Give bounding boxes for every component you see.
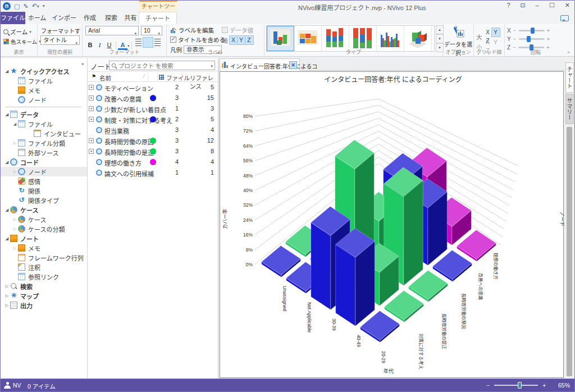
table-row[interactable]: 担当業務34 [88, 125, 218, 135]
gridline-small-y[interactable]: Y [492, 38, 500, 47]
sidebar-item[interactable]: ◢コード [1, 157, 87, 167]
sidebar-item[interactable]: ◢ケース [1, 205, 87, 215]
expander-icon[interactable]: ▷ [4, 284, 10, 289]
gallery-up-icon[interactable]: ▲ [436, 25, 444, 34]
nav-collapse-icon[interactable]: ◄ [80, 62, 84, 66]
expander-icon[interactable]: ▷ [12, 246, 18, 250]
zoom-menu-button[interactable]: ズーム▾ [3, 28, 31, 36]
sidebar-item[interactable]: ◢★クイックアクセス [1, 66, 87, 76]
sidebar-item[interactable]: ▷ケースの分類 [1, 224, 87, 234]
zoom-slider[interactable] [494, 385, 538, 386]
zoom-out-button[interactable]: − [486, 382, 490, 389]
document-tab[interactable]: インタビュー回答者:年代 によるコ ✕ [220, 58, 300, 71]
edit-labels-button[interactable]: ラベルを編集 [170, 26, 214, 34]
bar-face[interactable] [311, 222, 331, 309]
rotation-plus-button[interactable]: + [547, 28, 550, 34]
rotation-slider[interactable] [519, 38, 545, 40]
axis-toggle-y[interactable]: Y [238, 36, 245, 44]
zoom-in-button[interactable]: + [542, 382, 546, 389]
tab-file[interactable]: ファイル [1, 12, 25, 24]
column-name[interactable]: 名前 [99, 74, 111, 82]
expand-icon[interactable]: + [89, 85, 94, 90]
rotation-minus-button[interactable]: − [513, 36, 517, 42]
table-row[interactable]: +長時間労働の是正38 [88, 146, 218, 157]
sidebar-item[interactable]: ↺関係タイプ [1, 195, 87, 205]
font-name-select[interactable]: Arial▾ [85, 26, 139, 35]
sidebar-item[interactable]: ↻関係 [1, 186, 87, 195]
table-row[interactable]: +改善への意識315 [88, 93, 218, 103]
search-input[interactable] [118, 62, 207, 69]
ribbon-options-icon[interactable]: ⊡ [521, 2, 526, 9]
ribbon-collapse-icon[interactable]: ˄ [567, 50, 570, 55]
rotation-slider[interactable] [518, 47, 544, 48]
tab-close-icon[interactable]: ✕ [289, 61, 297, 69]
sidebar-item[interactable]: ◢データ [1, 110, 87, 119]
sidebar-item[interactable]: ▷✳マップ [1, 291, 87, 300]
sidebar-item[interactable]: ▷ケース [1, 215, 87, 224]
app-logo-icon[interactable]: n [3, 2, 11, 10]
gridline-small-x[interactable]: X [484, 38, 492, 47]
table-row[interactable]: +少数だが新しい着目点13 [88, 103, 218, 114]
maximize-button[interactable]: ☐ [549, 2, 555, 9]
sidebar-item[interactable]: 外部ソース [1, 148, 87, 157]
chart-type-thumbnail[interactable] [349, 26, 377, 51]
rotation-slider-thumb[interactable] [527, 36, 531, 42]
gridline-large-y[interactable]: Y [492, 28, 500, 37]
chart-type-thumbnail[interactable] [404, 26, 432, 51]
sidebar-item[interactable]: ▷ノード [1, 167, 87, 176]
rotation-slider-thumb[interactable] [531, 28, 535, 34]
tab-explore[interactable]: 探索 [101, 12, 122, 24]
expand-icon[interactable]: + [89, 117, 94, 122]
sidebar-item[interactable]: ▷ファイル分類 [1, 138, 87, 148]
sidebar-item[interactable]: ノード [1, 95, 87, 104]
font-size-select[interactable]: 10▾ [141, 26, 162, 35]
rotation-minus-button[interactable]: − [513, 44, 516, 51]
rotation-plus-button[interactable]: + [546, 44, 550, 51]
save-icon[interactable]: ▢ [14, 2, 20, 10]
minimize-button[interactable]: – [536, 2, 539, 9]
expander-icon[interactable]: ◢ [4, 208, 10, 212]
sidebar-item[interactable]: ◢ノート [1, 234, 87, 243]
sidebar-item[interactable]: ▷検索 [1, 281, 87, 291]
align-center-icon[interactable] [143, 38, 153, 47]
sidebar-item[interactable]: ◢ファイル [1, 119, 87, 129]
color-scheme-button[interactable]: 色スキーム▾ [3, 38, 41, 45]
table-row[interactable]: +制度・対策に対する考え25 [88, 114, 218, 125]
column-files[interactable]: ファイル [166, 74, 190, 82]
sidebar-item[interactable]: 注釈 [1, 262, 87, 272]
gallery-down-icon[interactable]: ▼ [436, 34, 444, 43]
expand-icon[interactable]: + [89, 95, 94, 101]
help-button[interactable]: ? [506, 2, 510, 9]
edit-icon[interactable]: ✎ [23, 2, 28, 10]
expander-icon[interactable]: ▷ [4, 303, 10, 308]
chart-type-thumbnail[interactable] [322, 26, 349, 51]
chart-type-thumbnail[interactable] [267, 26, 294, 51]
table-row[interactable]: +長時間労働の原因312 [88, 135, 218, 146]
expand-icon[interactable]: + [89, 138, 94, 143]
expander-icon[interactable]: ◢ [4, 69, 10, 74]
sidebar-item[interactable]: メモ [1, 85, 87, 95]
expander-icon[interactable]: ▷ [4, 294, 10, 298]
expander-icon[interactable]: ▷ [12, 141, 18, 145]
rotation-plus-button[interactable]: + [547, 36, 550, 42]
sidebar-item[interactable]: ファイル [1, 76, 87, 85]
tab-import[interactable]: インポート [49, 12, 79, 24]
expander-icon[interactable]: ▷ [12, 217, 18, 222]
search-dropdown-icon[interactable]: ▾ [211, 64, 213, 69]
include-title-checkbox[interactable]: タイトルを含める [170, 35, 225, 44]
undo-icon[interactable]: ↶▾ [32, 2, 39, 11]
table-row[interactable]: 論文への引用候補11 [88, 167, 218, 178]
chart-type-thumbnail[interactable] [294, 26, 322, 51]
align-left-icon[interactable] [134, 38, 143, 47]
tab-chart[interactable]: チャート [139, 12, 177, 24]
expander-icon[interactable]: ◢ [12, 122, 18, 126]
tab-home[interactable]: ホーム [25, 12, 49, 24]
sidebar-item[interactable]: フレームワーク行列 [1, 253, 87, 262]
axis-toggle-z[interactable]: Z [245, 36, 253, 44]
expander-icon[interactable]: ◢ [4, 236, 10, 241]
sidebar-item[interactable]: 参照リンク [1, 272, 87, 281]
zoom-slider-thumb[interactable] [518, 382, 522, 389]
bar-face[interactable] [404, 180, 423, 285]
splitter-bar[interactable] [567, 127, 572, 376]
close-button[interactable]: ✕ [565, 2, 570, 9]
